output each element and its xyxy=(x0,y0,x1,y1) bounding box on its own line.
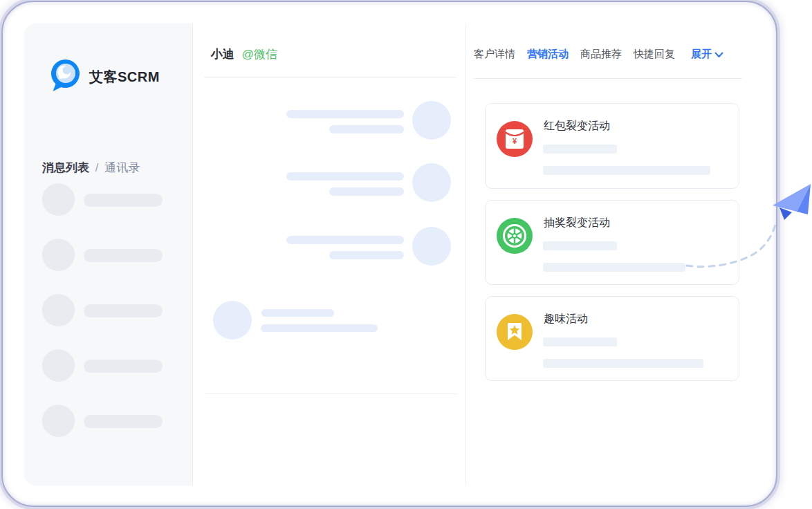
message-text-placeholder xyxy=(286,110,404,118)
chat-panel: 小迪 @微信 xyxy=(193,24,466,485)
sidebar-tab-contacts[interactable]: 通讯录 xyxy=(104,161,140,174)
chat-list-item-placeholder xyxy=(42,183,187,216)
message-text-placeholder xyxy=(329,125,404,133)
tab-quick-reply[interactable]: 快捷回复 xyxy=(634,48,675,61)
card-text-placeholder xyxy=(543,145,617,154)
tab-marketing-activities[interactable]: 营销活动 xyxy=(527,48,569,61)
brand-logo: 艾客SCRM xyxy=(48,60,160,93)
message-text-placeholder xyxy=(329,251,404,259)
message-text-placeholder xyxy=(329,187,404,196)
avatar-placeholder xyxy=(42,183,75,216)
avatar-placeholder xyxy=(42,294,75,326)
activity-card-lottery[interactable]: 抽奖裂变活动 xyxy=(485,200,739,285)
sidebar-tab-messages[interactable]: 消息列表 xyxy=(42,161,89,174)
device-frame: 艾客SCRM 消息列表 / 通讯录 xyxy=(1,1,777,507)
activity-card-fun[interactable]: 趣味活动 xyxy=(485,296,739,381)
sidebar: 艾客SCRM 消息列表 / 通讯录 xyxy=(24,24,193,485)
text-placeholder xyxy=(84,194,163,207)
brand-name: 艾客SCRM xyxy=(89,68,160,86)
divider xyxy=(474,78,742,79)
marketing-mockup: 艾客SCRM 消息列表 / 通讯录 xyxy=(0,0,812,509)
chat-list-item-placeholder xyxy=(42,239,187,272)
chat-header: 小迪 @微信 xyxy=(211,46,277,62)
chat-list-item-placeholder xyxy=(42,349,187,382)
card-title: 抽奖裂变活动 xyxy=(544,216,610,230)
tab-customer-details[interactable]: 客户详情 xyxy=(474,48,515,61)
card-title: 红包裂变活动 xyxy=(544,119,610,133)
avatar-placeholder xyxy=(42,239,75,271)
text-placeholder xyxy=(84,249,163,262)
text-placeholder xyxy=(84,360,163,373)
contact-name: 小迪 xyxy=(211,48,234,61)
card-text-placeholder xyxy=(543,241,617,250)
chat-bubble-logo-icon xyxy=(48,59,82,95)
expand-label: 展开 xyxy=(691,48,712,61)
chevron-down-icon xyxy=(714,48,723,60)
expand-button[interactable]: 展开 xyxy=(691,48,723,61)
avatar-placeholder xyxy=(42,405,75,437)
message-text-placeholder xyxy=(261,309,334,317)
message-text-placeholder xyxy=(286,236,404,244)
tab-product-recommend[interactable]: 商品推荐 xyxy=(580,48,622,61)
detail-panel: 客户详情 营销活动 商品推荐 快捷回复 展开 xyxy=(467,24,757,485)
message-avatar-placeholder xyxy=(213,301,252,340)
star-badge-icon xyxy=(497,314,533,350)
app-screen: 艾客SCRM 消息列表 / 通讯录 xyxy=(24,24,757,485)
card-text-placeholder xyxy=(543,359,703,368)
divider xyxy=(204,394,457,394)
lottery-wheel-icon xyxy=(497,218,533,254)
card-text-placeholder xyxy=(543,263,685,272)
text-placeholder xyxy=(84,415,163,428)
chat-list-item-placeholder xyxy=(42,294,187,327)
card-title: 趣味活动 xyxy=(544,312,588,326)
wechat-channel-tag: @微信 xyxy=(242,48,277,61)
card-text-placeholder xyxy=(543,166,710,175)
message-text-placeholder xyxy=(261,324,378,332)
chat-list-item-placeholder xyxy=(42,405,187,438)
message-avatar-placeholder xyxy=(412,101,451,140)
avatar-placeholder xyxy=(42,349,75,382)
card-text-placeholder xyxy=(543,337,617,346)
activity-card-red-packet[interactable]: ¥ 红包裂变活动 xyxy=(485,103,739,189)
message-avatar-placeholder xyxy=(412,163,451,202)
svg-text:¥: ¥ xyxy=(513,137,517,145)
detail-tabs: 客户详情 营销活动 商品推荐 快捷回复 展开 xyxy=(474,48,723,61)
paper-plane-icon xyxy=(773,184,811,220)
divider xyxy=(204,77,456,77)
message-text-placeholder xyxy=(286,172,404,181)
red-packet-icon: ¥ xyxy=(497,121,533,157)
text-placeholder xyxy=(84,304,163,317)
message-avatar-placeholder xyxy=(412,227,451,266)
sidebar-nav-separator: / xyxy=(95,161,99,174)
sidebar-nav: 消息列表 / 通讯录 xyxy=(42,160,140,176)
